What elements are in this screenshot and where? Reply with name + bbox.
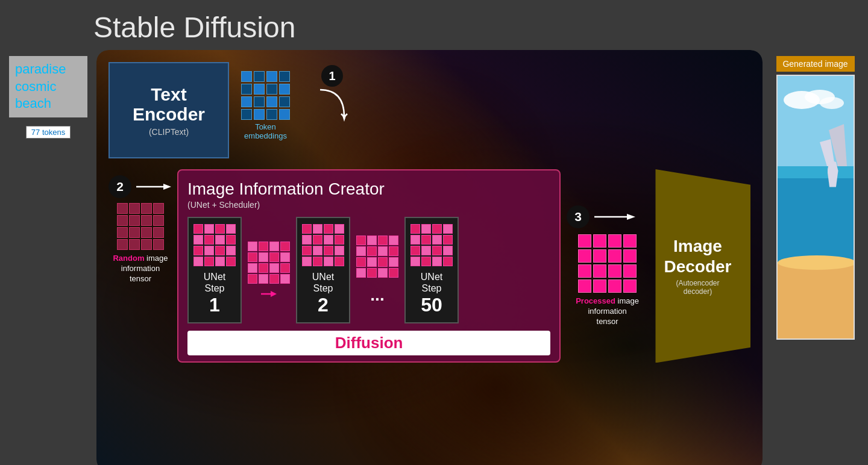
generated-label: Generated image — [776, 56, 855, 72]
step2-arrow — [136, 181, 172, 193]
right-panel: Generated image — [769, 56, 862, 340]
svg-marker-0 — [342, 116, 346, 122]
unet2-grid — [302, 224, 344, 266]
text-encoder-subtitle: (CLIPText) — [149, 127, 189, 137]
output-tensor-grid — [578, 234, 637, 293]
prompt-box: paradisecosmicbeach — [9, 56, 87, 117]
unet1-grid — [193, 224, 236, 266]
svg-marker-4 — [271, 291, 277, 297]
unet-step-1: UNetStep 1 — [187, 217, 242, 323]
generated-image-preview — [776, 75, 855, 340]
svg-marker-6 — [627, 214, 635, 220]
svg-marker-2 — [163, 184, 171, 190]
unet1-num: 1 — [209, 294, 220, 316]
step3-badge: 3 — [567, 205, 590, 228]
svg-point-16 — [778, 255, 855, 270]
text-encoder-block: TextEncoder (CLIPText) — [108, 62, 229, 158]
mid-grid-1 — [248, 242, 290, 284]
unet2-label: UNetStep — [312, 271, 334, 294]
diffusion-bar: Diffusion — [187, 331, 550, 355]
diagram-content: TextEncoder (CLIPText) Tokenembeddings 1 — [96, 50, 763, 465]
token-grid — [241, 71, 290, 120]
image-info-subtitle: (UNet + Scheduler) — [187, 200, 550, 210]
unet1-label: UNetStep — [204, 271, 225, 294]
svg-rect-11 — [778, 166, 855, 263]
mid-grid-2 — [356, 236, 398, 278]
unet-step-2: UNetStep 2 — [296, 217, 350, 323]
image-decoder-title: ImageDecoder — [664, 236, 731, 276]
diffusion-label: Diffusion — [335, 334, 403, 352]
beach-scene-svg — [778, 76, 855, 340]
dots: ... — [370, 286, 384, 305]
input-tensor-grid — [117, 203, 164, 250]
token-label: Tokenembeddings — [244, 122, 287, 140]
unet-step-50: UNetStep 50 — [404, 217, 459, 323]
image-decoder-subtitle: (Autoencoderdecoder) — [676, 279, 719, 296]
output-tensor-label: Processed imageinformationtensor — [576, 296, 639, 327]
page-title: Stable Diffusion — [0, 0, 868, 50]
svg-rect-12 — [778, 166, 855, 178]
prompt-text: paradisecosmicbeach — [15, 61, 81, 113]
svg-point-10 — [820, 97, 844, 109]
step3-arrow — [594, 211, 637, 223]
image-info-creator: Image Information Creator (UNet + Schedu… — [177, 169, 561, 363]
token-embeddings-container: Tokenembeddings — [241, 71, 290, 140]
unet50-label: UNetStep — [421, 271, 442, 294]
image-decoder-block: ImageDecoder (Autoencoderdecoder) — [645, 169, 750, 363]
svg-rect-15 — [778, 263, 855, 340]
step2-badge: 2 — [108, 175, 131, 198]
unet-steps-row: UNetStep 1 — [187, 217, 550, 323]
unet2-num: 2 — [318, 294, 329, 316]
text-encoder-title: TextEncoder — [133, 84, 205, 124]
unet50-grid — [410, 224, 453, 266]
image-info-title: Image Information Creator — [187, 179, 550, 199]
tokens-badge: 77 tokens — [26, 126, 71, 139]
output-tensor: Processed imageinformationtensor — [576, 234, 639, 327]
step1-badge: 1 — [321, 65, 343, 87]
unet50-num: 50 — [421, 294, 442, 316]
pink-arrow-1 — [260, 289, 278, 299]
input-tensor-label: Random imageinformationtensor — [113, 254, 168, 284]
left-sidebar: paradisecosmicbeach 77 tokens — [6, 56, 90, 139]
diagram-area: TextEncoder (CLIPText) Tokenembeddings 1 — [96, 50, 763, 465]
step1-arrow — [308, 87, 356, 129]
